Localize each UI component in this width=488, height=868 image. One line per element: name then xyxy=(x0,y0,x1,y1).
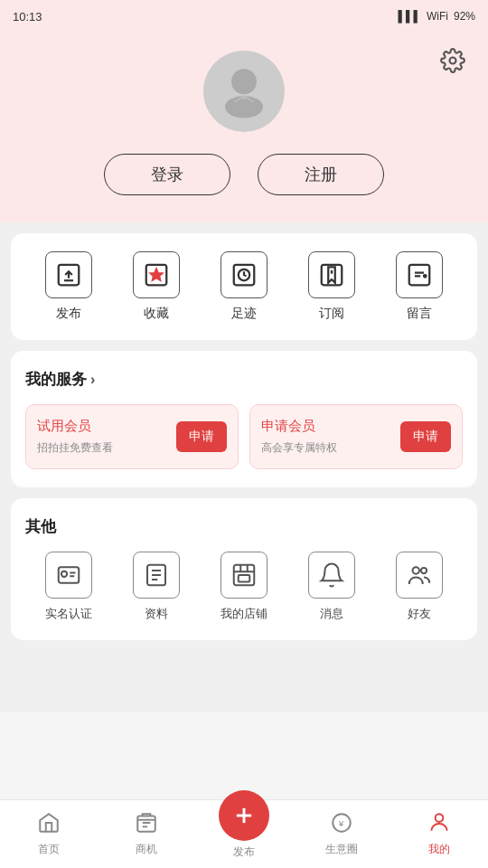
avatar-icon xyxy=(212,58,276,125)
svg-point-24 xyxy=(412,567,419,574)
nav-label-publish: 发布 xyxy=(56,306,81,322)
star-icon xyxy=(133,251,180,298)
other-item-realname[interactable]: 实名认证 xyxy=(45,552,92,622)
avatar xyxy=(203,51,285,132)
svg-rect-26 xyxy=(137,816,155,831)
svg-point-34 xyxy=(436,814,444,822)
other-item-friends[interactable]: 好友 xyxy=(396,552,443,622)
register-button[interactable]: 注册 xyxy=(258,154,384,195)
signal-icon: ▌▌▌ xyxy=(398,10,421,23)
status-right: ▌▌▌ WiFi 92% xyxy=(398,10,475,23)
quick-nav: 发布 收藏 足迹 xyxy=(25,251,463,322)
quick-nav-card: 发布 收藏 足迹 xyxy=(11,233,477,340)
service-info-member: 申请会员 高会享专属特权 xyxy=(261,418,337,456)
tab-biz[interactable]: 商机 xyxy=(98,811,195,857)
other-icons-container: 实名认证 资料 xyxy=(25,552,463,622)
bell-icon xyxy=(308,552,355,599)
status-left: 10:13 xyxy=(13,10,42,24)
publish-circle xyxy=(219,790,269,841)
tab-mine-label: 我的 xyxy=(428,842,450,857)
services-title: 我的服务 xyxy=(25,369,87,390)
tab-publish[interactable]: 发布 xyxy=(195,808,293,860)
nav-label-footprint: 足迹 xyxy=(231,306,257,322)
main-content: 发布 收藏 足迹 xyxy=(0,222,488,712)
service-desc-member: 高会享专属特权 xyxy=(261,440,337,456)
service-card-trial: 试用会员 招拍挂免费查看 申请 xyxy=(25,404,239,469)
other-label-bell: 消息 xyxy=(320,606,343,622)
chevron-right-icon: › xyxy=(90,372,95,388)
service-info-trial: 试用会员 招拍挂免费查看 xyxy=(37,418,113,456)
services-header: 我的服务 › xyxy=(25,369,463,390)
service-title-trial: 试用会员 xyxy=(37,418,113,435)
settings-icon xyxy=(440,48,465,77)
nav-item-message[interactable]: 留言 xyxy=(396,251,443,322)
nav-label-subscribe: 订阅 xyxy=(319,306,344,322)
doc-icon xyxy=(133,552,180,599)
other-label-friends: 好友 xyxy=(408,606,431,622)
tab-home[interactable]: 首页 xyxy=(0,811,98,857)
other-label-realname: 实名认证 xyxy=(45,606,92,622)
nav-item-subscribe[interactable]: 订阅 xyxy=(308,251,355,322)
status-bar: 10:13 ▌▌▌ WiFi 92% xyxy=(0,0,488,33)
settings-button[interactable] xyxy=(436,45,470,80)
chat-icon xyxy=(396,251,443,298)
nav-label-message: 留言 xyxy=(407,306,432,322)
other-label-profile: 资料 xyxy=(145,606,168,622)
login-button[interactable]: 登录 xyxy=(104,154,230,195)
id-card-icon xyxy=(45,552,92,599)
tab-publish-label: 发布 xyxy=(233,844,255,860)
home-icon xyxy=(37,811,61,838)
svg-point-25 xyxy=(420,568,426,573)
apply-member-button[interactable]: 申请 xyxy=(400,421,451,452)
friends-icon xyxy=(396,552,443,599)
svg-rect-23 xyxy=(239,575,250,582)
tab-mine[interactable]: 我的 xyxy=(390,811,488,857)
svg-text:¥: ¥ xyxy=(338,818,344,828)
svg-point-15 xyxy=(61,571,67,577)
shop-icon xyxy=(221,552,267,599)
service-title-member: 申请会员 xyxy=(261,418,337,435)
auth-buttons: 登录 注册 xyxy=(104,154,384,195)
battery-icon: 92% xyxy=(454,10,475,23)
upload-icon xyxy=(45,251,92,298)
nav-item-footprint[interactable]: 足迹 xyxy=(221,251,267,322)
clock-icon xyxy=(221,251,267,298)
svg-point-13 xyxy=(424,275,427,278)
other-item-shop[interactable]: 我的店铺 xyxy=(221,552,267,622)
service-card-member: 申请会员 高会享专属特权 申请 xyxy=(249,404,463,469)
biz-icon xyxy=(135,811,158,838)
bizcircle-icon: ¥ xyxy=(330,811,353,838)
service-cards-container: 试用会员 招拍挂免费查看 申请 申请会员 高会享专属特权 申请 xyxy=(25,404,463,469)
tab-bizcircle[interactable]: ¥ 生意圈 xyxy=(293,811,390,857)
mine-icon xyxy=(427,811,451,838)
svg-point-0 xyxy=(450,58,456,64)
nav-label-collect: 收藏 xyxy=(144,306,169,322)
status-time: 10:13 xyxy=(13,10,42,24)
others-title: 其他 xyxy=(25,516,56,537)
svg-point-1 xyxy=(231,69,257,94)
apply-trial-button[interactable]: 申请 xyxy=(176,421,227,452)
nav-item-collect[interactable]: 收藏 xyxy=(133,251,180,322)
nav-item-publish[interactable]: 发布 xyxy=(45,251,92,322)
wifi-icon: WiFi xyxy=(427,10,448,23)
service-desc-trial: 招拍挂免费查看 xyxy=(37,440,113,456)
bookmark-icon xyxy=(308,251,355,298)
other-item-bell[interactable]: 消息 xyxy=(308,552,355,622)
tab-biz-label: 商机 xyxy=(136,842,157,857)
other-item-profile[interactable]: 资料 xyxy=(133,552,180,622)
others-card: 其他 实名认证 xyxy=(11,498,477,640)
tab-home-label: 首页 xyxy=(38,842,60,857)
tab-bizcircle-label: 生意圈 xyxy=(325,842,358,857)
services-card: 我的服务 › 试用会员 招拍挂免费查看 申请 申请会员 高会享专属特权 申请 xyxy=(11,351,477,487)
other-label-shop: 我的店铺 xyxy=(221,606,267,622)
svg-marker-7 xyxy=(151,269,163,280)
profile-section: 登录 注册 xyxy=(0,33,488,222)
others-header: 其他 xyxy=(25,516,463,537)
bottom-nav: 首页 商机 发布 ¥ 生意圈 xyxy=(0,799,488,868)
